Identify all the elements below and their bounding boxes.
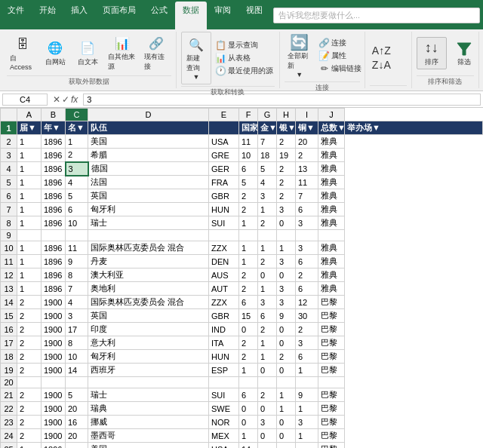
- table-cell[interactable]: 1: [17, 149, 42, 162]
- table-cell[interactable]: 1: [239, 364, 258, 377]
- table-cell[interactable]: 雅典: [318, 149, 345, 162]
- table-cell[interactable]: 巴黎: [318, 416, 345, 429]
- table-cell[interactable]: [239, 377, 258, 388]
- table-cell[interactable]: 1: [17, 282, 42, 296]
- table-cell[interactable]: 3: [277, 282, 296, 296]
- table-cell[interactable]: 17: [66, 323, 88, 336]
- table-cell[interactable]: 英国: [88, 309, 209, 323]
- btn-show-query[interactable]: 📋 显示查询: [214, 39, 275, 51]
- table-cell[interactable]: [66, 443, 88, 449]
- table-cell[interactable]: 1: [258, 282, 277, 296]
- table-cell[interactable]: 10: [239, 149, 258, 162]
- table-cell[interactable]: 0: [258, 268, 277, 282]
- table-cell[interactable]: 4: [66, 296, 88, 309]
- table-cell[interactable]: 2: [296, 323, 318, 336]
- table-cell[interactable]: 1: [239, 216, 258, 230]
- col-header-b[interactable]: B: [42, 109, 66, 121]
- table-cell[interactable]: 挪威: [88, 416, 209, 429]
- table-cell[interactable]: 13: [296, 162, 318, 176]
- table-cell[interactable]: [296, 377, 318, 388]
- table-cell[interactable]: 1: [258, 350, 277, 364]
- table-cell[interactable]: 6: [296, 350, 318, 364]
- table-cell[interactable]: IND: [209, 323, 239, 336]
- table-cell[interactable]: [88, 377, 209, 388]
- table-cell[interactable]: [258, 377, 277, 388]
- header-cell-4[interactable]: [209, 121, 239, 135]
- table-cell[interactable]: 12: [296, 296, 318, 309]
- table-cell[interactable]: 雅典: [318, 268, 345, 282]
- btn-web[interactable]: 🌐 自网站: [40, 38, 70, 69]
- table-cell[interactable]: 2: [258, 255, 277, 268]
- table-cell[interactable]: 巴黎: [318, 443, 345, 449]
- table-cell[interactable]: 1: [17, 189, 42, 203]
- table-cell[interactable]: HUN: [209, 203, 239, 216]
- table-cell[interactable]: GER: [209, 162, 239, 176]
- btn-refresh-all[interactable]: 🔄 全部刷新 ▼: [285, 32, 315, 80]
- col-header-j[interactable]: J: [318, 109, 345, 121]
- table-cell[interactable]: ESP: [209, 364, 239, 377]
- btn-sort-az[interactable]: A↑Z: [370, 44, 393, 57]
- table-cell[interactable]: 雅典: [318, 282, 345, 296]
- table-cell[interactable]: ZZX: [209, 241, 239, 255]
- table-cell[interactable]: 墨西哥: [88, 429, 209, 443]
- table-cell[interactable]: 3: [258, 189, 277, 203]
- table-cell[interactable]: 8: [66, 268, 88, 282]
- col-header-e[interactable]: E: [209, 109, 239, 121]
- table-cell[interactable]: 1: [17, 268, 42, 282]
- table-cell[interactable]: 2: [17, 296, 42, 309]
- col-header-d[interactable]: D: [88, 109, 209, 121]
- table-cell[interactable]: 1: [17, 216, 42, 230]
- table-cell[interactable]: 2: [17, 402, 42, 416]
- table-cell[interactable]: [277, 377, 296, 388]
- tab-insert[interactable]: 插入: [63, 2, 95, 29]
- table-cell[interactable]: 9: [277, 309, 296, 323]
- table-cell[interactable]: [88, 230, 209, 241]
- tab-start[interactable]: 开始: [32, 2, 63, 29]
- table-cell[interactable]: 0: [239, 323, 258, 336]
- table-cell[interactable]: 16: [66, 416, 88, 429]
- table-cell[interactable]: NOR: [209, 416, 239, 429]
- table-cell[interactable]: [239, 230, 258, 241]
- table-cell[interactable]: 1896: [42, 149, 66, 162]
- table-cell[interactable]: 3: [66, 162, 88, 176]
- table-cell[interactable]: 6: [296, 255, 318, 268]
- table-cell[interactable]: 6: [296, 282, 318, 296]
- btn-filter[interactable]: 筛选: [449, 38, 479, 69]
- table-cell[interactable]: 6: [239, 388, 258, 402]
- table-cell[interactable]: FRA: [209, 176, 239, 189]
- btn-sort-za[interactable]: Z↓A: [370, 58, 393, 72]
- table-cell[interactable]: 14: [239, 443, 258, 449]
- table-cell[interactable]: 2: [17, 323, 42, 336]
- header-cell-9[interactable]: 总数▼: [318, 121, 345, 135]
- tab-formula[interactable]: 公式: [143, 2, 175, 29]
- table-cell[interactable]: DEN: [209, 255, 239, 268]
- table-cell[interactable]: 2: [17, 429, 42, 443]
- table-cell[interactable]: 意大利: [88, 336, 209, 350]
- table-cell[interactable]: ITA: [209, 336, 239, 350]
- table-cell[interactable]: 1: [17, 443, 42, 449]
- table-cell[interactable]: 9: [66, 255, 88, 268]
- table-cell[interactable]: 2: [296, 268, 318, 282]
- table-cell[interactable]: [296, 230, 318, 241]
- table-cell[interactable]: 希腊: [88, 149, 209, 162]
- table-cell[interactable]: 3: [66, 309, 88, 323]
- table-cell[interactable]: GBR: [209, 189, 239, 203]
- table-cell[interactable]: 雅典: [318, 176, 345, 189]
- table-cell[interactable]: 巴黎: [318, 388, 345, 402]
- table-cell[interactable]: 奥地利: [88, 282, 209, 296]
- table-cell[interactable]: GRE: [209, 149, 239, 162]
- tab-review[interactable]: 审阅: [207, 2, 238, 29]
- table-cell[interactable]: 0: [258, 429, 277, 443]
- table-cell[interactable]: 1: [277, 241, 296, 255]
- table-cell[interactable]: 雅典: [318, 203, 345, 216]
- table-cell[interactable]: 7: [66, 282, 88, 296]
- table-cell[interactable]: 1900: [42, 388, 66, 402]
- table-cell[interactable]: 1: [66, 135, 88, 149]
- table-cell[interactable]: 丹麦: [88, 255, 209, 268]
- table-cell[interactable]: 3: [296, 241, 318, 255]
- table-cell[interactable]: 2: [258, 323, 277, 336]
- table-cell[interactable]: 2: [239, 268, 258, 282]
- table-cell[interactable]: 匈牙利: [88, 350, 209, 364]
- btn-new-query[interactable]: 🔍 新建查询 ▼: [181, 32, 211, 84]
- tab-page-layout[interactable]: 页面布局: [95, 2, 143, 29]
